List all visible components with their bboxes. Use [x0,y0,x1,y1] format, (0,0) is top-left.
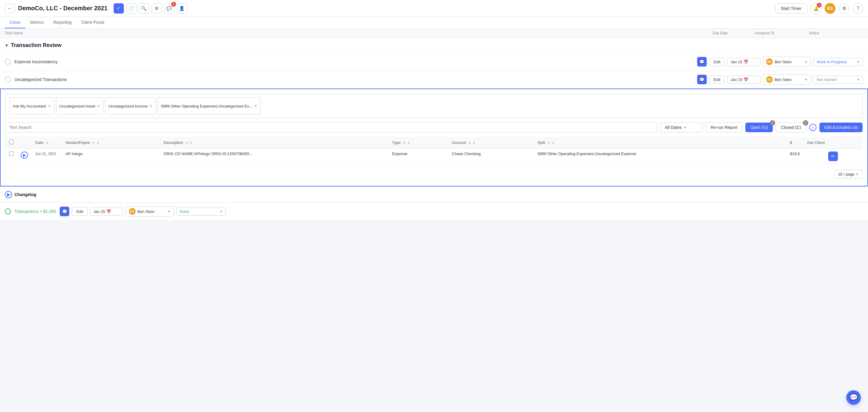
remove-tag-0[interactable]: ✕ [48,104,51,108]
comment-button-2[interactable]: 💬 [697,75,707,84]
remove-tag-1[interactable]: ✕ [97,104,100,108]
comment-button-1[interactable]: 💬 [697,57,707,67]
remove-tag-2[interactable]: ✕ [150,104,153,108]
bottom-assignee[interactable]: BS Ben Stein ▼ [126,206,174,216]
th-expand [17,137,32,148]
col-header-status: Status [809,31,863,35]
bottom-calendar-icon: 📅 [106,209,111,214]
vendor-filter-icon[interactable]: ▼ [96,141,99,144]
edit-button-2[interactable]: Edit [709,76,725,84]
task-circle-2[interactable] [5,76,11,82]
desc-sort-icon[interactable]: ⇅ [185,141,188,144]
bottom-comment-button[interactable]: 💬 [60,207,69,216]
header-right: Start Timer 🔔 1 BS ⚙ ? [775,3,863,14]
bottom-task-circle[interactable] [5,208,11,214]
changelog-row[interactable]: ▶ Changelog [0,186,868,202]
filter-tag-1: Uncategorized Asset ✕ [56,97,103,115]
section-chevron[interactable]: ▼ [5,43,8,47]
settings-button[interactable]: ⚙ [839,3,849,13]
due-date-field-2[interactable]: Jan 15 📅 [727,76,761,84]
account-sort-icon[interactable]: ⇅ [468,141,471,144]
open-badge: 1 [770,120,775,126]
task-actions-1: 💬 Edit Jan 15 📅 BS Ben Stein ▼ Work in P… [697,57,863,67]
person-icon-btn[interactable]: 👤 [177,3,187,13]
calendar-icon: 📅 [744,60,748,64]
assignee-field-2[interactable]: BS Ben Stein ▼ [763,74,811,84]
status-field-1[interactable]: Work in Progress ▼ [813,58,863,66]
bottom-status-arrow: ▼ [220,210,223,213]
row-checkbox[interactable] [9,151,13,156]
td-type: Expense [389,148,448,165]
th-dollar: $ [786,137,804,148]
remove-tag-3[interactable]: ✕ [254,104,257,108]
edit-excluded-button[interactable]: Edit Excluded List [819,123,863,132]
bottom-task-row: Transactions > $1,000 💬 Edit Jan 15 📅 BS… [0,202,868,220]
tab-reporting[interactable]: Reporting [49,17,76,28]
assignee-dropdown-arrow-2: ▼ [805,78,808,81]
td-ask-client: ✏ [804,148,863,165]
help-button[interactable]: ? [853,3,863,13]
notification-button[interactable]: 🔔 1 [811,3,821,13]
type-sort-icon[interactable]: ⇅ [403,141,405,144]
th-type: Type ⇅ ▼ [389,137,448,148]
search-icon-btn[interactable]: 🔍 [139,3,149,13]
vendor-sort-icon[interactable]: ⇅ [92,141,95,144]
select-all-checkbox[interactable] [9,140,13,144]
document-icon-btn[interactable]: 📄 [126,3,136,13]
check-icon-btn[interactable]: ✓ [114,3,124,13]
th-vendor: Vendor/Payee ⇅ ▼ [62,137,160,148]
nav-tabs: Close Metrics Reporting Client Portal [0,17,868,29]
chat-icon-btn[interactable]: 💬 1 [164,3,175,13]
gear-icon-btn[interactable]: ⚙ [152,3,162,13]
date-sort-icon[interactable]: ⇅ [46,141,48,144]
th-account: Account ⇅ ▼ [448,137,534,148]
date-filter[interactable]: All Dates ▼ [660,122,703,133]
task-actions-2: 💬 Edit Jan 15 📅 BS Ben Stein ▼ Not Start… [697,74,863,84]
assignee-field-1[interactable]: BS Ben Stein ▼ [763,57,811,67]
type-filter-icon[interactable]: ▼ [407,141,410,144]
bottom-task-name[interactable]: Transactions > $1,000 [14,209,56,214]
split-sort-icon[interactable]: ⇅ [547,141,550,144]
notification-badge: 1 [817,3,822,7]
rerun-report-button[interactable]: Re-run Report [706,122,743,133]
column-headers: Task Name Due Date Assigned To Status [0,29,868,38]
tab-client-portal[interactable]: Client Portal [76,17,109,28]
header-icons: ✓ 📄 🔍 ⚙ 💬 1 👤 [114,3,187,13]
closed-button[interactable]: Closed (C) 3 [776,122,806,133]
th-description: Description ⇅ ▼ [160,137,389,148]
changelog-expand-button[interactable]: ▶ [5,191,12,198]
expand-row-button[interactable]: ▶ [21,151,28,159]
per-page-selector[interactable]: 20 / page ▼ [834,170,863,179]
task-name-1: Expense Inconsistency [14,59,693,64]
task-circle-1[interactable] [5,59,11,65]
tab-close[interactable]: Close [5,17,25,28]
bottom-edit-button[interactable]: Edit [72,207,87,216]
col-header-due: Due Date [712,31,755,35]
filter-tags-container[interactable]: Ask My Accountant ✕ Uncategorized Asset … [5,94,863,118]
account-filter-icon[interactable]: ▼ [472,141,475,144]
start-timer-button[interactable]: Start Timer [775,3,807,13]
status-field-2[interactable]: Not Started ▼ [813,76,863,84]
ask-client-pencil-button[interactable]: ✏ [828,151,838,161]
tab-metrics[interactable]: Metrics [25,17,49,28]
col-header-task: Task Name [5,31,712,35]
bottom-status[interactable]: Done ▼ [176,207,226,216]
info-icon[interactable]: i [809,124,816,131]
th-checkbox [5,137,17,148]
bottom-due-date[interactable]: Jan 15 📅 [90,207,123,216]
edit-button-1[interactable]: Edit [709,58,725,66]
date-dropdown-arrow: ▼ [684,126,687,129]
due-date-field-1[interactable]: Jan 15 📅 [727,58,761,66]
search-input[interactable] [5,122,657,133]
avatar[interactable]: BS [825,3,835,14]
td-split: 5999 Other Operating Expenses:Uncategori… [534,148,786,165]
desc-filter-icon[interactable]: ▼ [190,141,193,144]
back-button[interactable]: ← [5,4,14,13]
td-amount: $18.8 [786,148,804,165]
split-filter-icon[interactable]: ▼ [552,141,555,144]
td-vendor: AP Intego [62,148,160,165]
status-dropdown-arrow-1: ▼ [857,60,860,64]
td-date: Jun 21, 2021 [32,148,62,165]
filter-tag-0: Ask My Accountant ✕ [9,97,54,115]
open-button[interactable]: Open (O) 1 [745,123,772,132]
